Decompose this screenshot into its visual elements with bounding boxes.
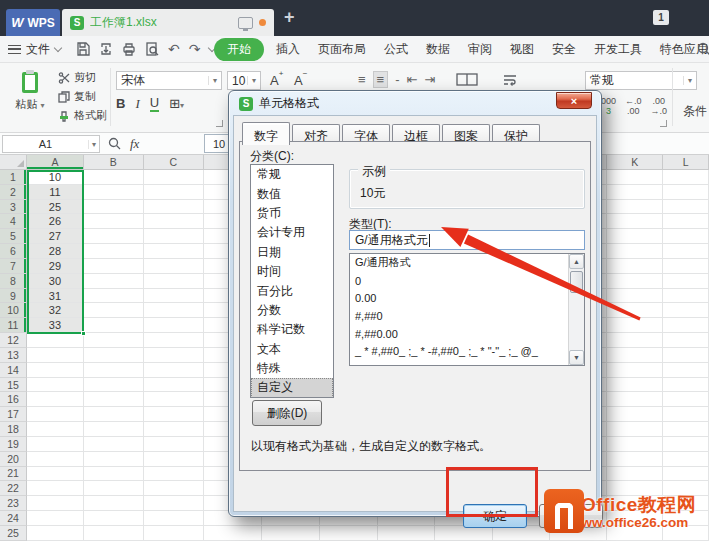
category-item[interactable]: 分数 [251,301,333,320]
cell-L7[interactable] [663,259,709,274]
scrollbar[interactable]: ▲ ▼ [568,254,584,365]
cell-L19[interactable] [663,437,709,452]
category-item[interactable]: 货币 [251,204,333,223]
category-item[interactable]: 日期 [251,243,333,262]
increase-font-button[interactable]: A+ [270,73,283,88]
cell-A22[interactable] [27,481,84,496]
cell-C20[interactable] [144,452,204,467]
save-icon[interactable] [76,42,90,56]
cell-B16[interactable] [84,392,144,407]
cell-A18[interactable] [27,422,84,437]
cell-C10[interactable] [144,303,204,318]
cell-B8[interactable] [84,274,144,289]
font-size-combo[interactable]: 10▾ [227,71,261,90]
align-top-icon[interactable]: ≡ [358,72,366,87]
cell-L17[interactable] [663,407,709,422]
cell-K1[interactable] [607,170,663,185]
print-preview-icon[interactable] [145,42,159,56]
dialog-tab[interactable]: 数字 [242,122,290,145]
row-header-14[interactable]: 14 [0,363,27,378]
cell-K15[interactable] [607,378,663,393]
column-header-K[interactable]: K [607,155,663,170]
row-header-18[interactable]: 18 [0,422,27,437]
row-header-24[interactable]: 24 [0,511,27,526]
cell-L6[interactable] [663,244,709,259]
row-header-11[interactable]: 11 [0,318,27,333]
cell-A8[interactable]: 30 [27,274,84,289]
category-item[interactable]: 科学记数 [251,320,333,339]
cut-button[interactable]: 剪切 [58,70,107,85]
menu-tab[interactable]: 插入 [267,38,309,61]
cell-C24[interactable] [144,511,204,526]
row-header-7[interactable]: 7 [0,259,27,274]
decrease-font-button[interactable]: A− [294,73,307,88]
category-item[interactable]: 文本 [251,340,333,359]
cell-B3[interactable] [84,200,144,215]
cell-B24[interactable] [84,511,144,526]
cell-C1[interactable] [144,170,204,185]
category-item[interactable]: 特殊 [251,359,333,378]
cell-A13[interactable] [27,348,84,363]
row-header-25[interactable]: 25 [0,526,27,541]
conditional-format-button[interactable]: 条件 [683,103,707,120]
cell-L5[interactable] [663,229,709,244]
row-header-22[interactable]: 22 [0,481,27,496]
cell-K3[interactable] [607,200,663,215]
dialog-close-button[interactable]: × [556,92,592,109]
cell-F25[interactable] [320,526,378,541]
cell-B23[interactable] [84,496,144,511]
menu-tab[interactable]: 页面布局 [309,38,375,61]
cell-K8[interactable] [607,274,663,289]
cell-B15[interactable] [84,378,144,393]
cell-L2[interactable] [663,185,709,200]
select-all-corner[interactable] [0,155,27,170]
row-header-15[interactable]: 15 [0,378,27,393]
row-header-23[interactable]: 23 [0,496,27,511]
row-header-5[interactable]: 5 [0,229,27,244]
menu-tab[interactable]: 公式 [375,38,417,61]
cell-B20[interactable] [84,452,144,467]
cell-C11[interactable] [144,318,204,333]
cell-A4[interactable]: 26 [27,214,84,229]
row-header-4[interactable]: 4 [0,214,27,229]
cell-C18[interactable] [144,422,204,437]
menu-tab[interactable]: 开发工具 [585,38,651,61]
cell-K19[interactable] [607,437,663,452]
category-item[interactable]: 常规 [251,165,333,184]
cell-K13[interactable] [607,348,663,363]
cell-C3[interactable] [144,200,204,215]
cell-K7[interactable] [607,259,663,274]
cell-L10[interactable] [663,303,709,318]
column-header-A[interactable]: A [27,155,84,170]
row-header-17[interactable]: 17 [0,407,27,422]
cell-C4[interactable] [144,214,204,229]
cell-A10[interactable]: 32 [27,303,84,318]
cell-K14[interactable] [607,363,663,378]
row-header-19[interactable]: 19 [0,437,27,452]
borders-button[interactable]: ⊞▾ [169,96,184,111]
cell-B5[interactable] [84,229,144,244]
row-header-8[interactable]: 8 [0,274,27,289]
zoom-formula-icon[interactable] [108,137,121,150]
row-header-6[interactable]: 6 [0,244,27,259]
cell-C15[interactable] [144,378,204,393]
cell-A3[interactable]: 25 [27,200,84,215]
cell-C9[interactable] [144,289,204,304]
type-option[interactable]: #,##0 [350,307,584,325]
increase-decimal-button[interactable]: .00→.0 [651,96,668,116]
redo-icon[interactable]: ↷ [189,42,201,56]
wrap-text-icon[interactable] [503,74,517,86]
cell-K9[interactable] [607,289,663,304]
cell-B2[interactable] [84,185,144,200]
cell-L1[interactable] [663,170,709,185]
cell-K10[interactable] [607,303,663,318]
italic-button[interactable]: I [135,96,139,112]
row-header-10[interactable]: 10 [0,303,27,318]
cell-A19[interactable] [27,437,84,452]
thousands-separator-button[interactable]: 0003 [601,96,616,116]
type-option[interactable]: G/通用格式 [350,254,584,272]
cell-L3[interactable] [663,200,709,215]
cell-A6[interactable]: 28 [27,244,84,259]
cell-B4[interactable] [84,214,144,229]
font-name-combo[interactable]: 宋体▾ [116,71,222,90]
